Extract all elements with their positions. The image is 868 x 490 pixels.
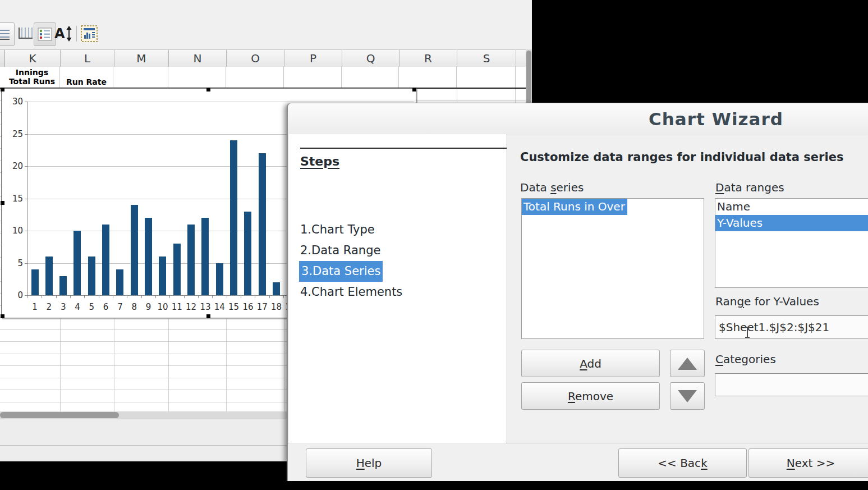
- step-data-range[interactable]: 2.Data Range: [300, 240, 402, 261]
- selection-handle[interactable]: [206, 314, 210, 318]
- move-up-button[interactable]: [670, 350, 705, 377]
- steps-list: 1.Chart Type 2.Data Range 3.Data Series …: [300, 219, 402, 303]
- bar-over-5: [88, 257, 95, 295]
- scale-text-icon[interactable]: A: [54, 25, 74, 43]
- y-axis-tick-label: 0: [5, 290, 23, 300]
- step-chart-type[interactable]: 1.Chart Type: [300, 219, 402, 240]
- remove-button[interactable]: Remove: [521, 382, 660, 410]
- column-header-N[interactable]: N: [169, 50, 227, 67]
- y-axis-tick-label: 5: [5, 258, 23, 268]
- selection-handle[interactable]: [1, 201, 4, 205]
- divider: [288, 443, 868, 443]
- column-header-O[interactable]: O: [227, 50, 284, 67]
- column-header-Q[interactable]: Q: [342, 50, 399, 67]
- help-button[interactable]: Help: [306, 448, 432, 478]
- cell-M1[interactable]: [114, 67, 168, 88]
- sheet-row-1: Innings Total Runs Run Rate: [0, 67, 532, 88]
- x-axis-tick-label: 11: [169, 302, 184, 312]
- x-axis-tick-label: 13: [198, 302, 213, 312]
- data-series-label: Data series: [520, 181, 584, 194]
- divider: [300, 148, 507, 149]
- x-axis-tick-label: 6: [99, 302, 113, 312]
- data-range-item-name[interactable]: Name: [715, 199, 868, 215]
- column-header-K[interactable]: K: [5, 50, 61, 67]
- bar-over-8: [131, 205, 138, 295]
- column-header-L[interactable]: L: [61, 50, 114, 67]
- selection-handle[interactable]: [412, 88, 416, 91]
- automatic-layout-icon[interactable]: [80, 25, 99, 43]
- x-axis-tick-label: 8: [127, 302, 141, 312]
- x-axis-tick-label: 3: [56, 302, 71, 312]
- bar-over-15: [230, 140, 237, 295]
- bar-over-17: [259, 153, 266, 295]
- bar-over-9: [145, 218, 152, 295]
- down-arrow-icon: [678, 390, 697, 402]
- bar-over-11: [173, 244, 181, 295]
- bar-over-3: [59, 276, 67, 296]
- x-axis-tick-label: 4: [70, 302, 85, 312]
- y-axis-tick-label: 30: [5, 97, 23, 107]
- data-ranges-listbox[interactable]: Name Y-Values: [715, 198, 868, 288]
- x-axis-tick-label: 18: [269, 302, 284, 312]
- column-header-S[interactable]: S: [457, 50, 516, 67]
- column-header-P[interactable]: P: [284, 50, 342, 67]
- bar-over-2: [45, 257, 53, 295]
- steps-panel: Steps 1.Chart Type 2.Data Range 3.Data S…: [289, 134, 507, 444]
- data-series-item[interactable]: Total Runs in Over: [522, 199, 627, 215]
- column-header-R[interactable]: R: [399, 50, 457, 67]
- selection-handle[interactable]: [1, 88, 4, 91]
- x-axis-tick-label: 10: [155, 302, 170, 312]
- cell-R1[interactable]: [399, 67, 457, 88]
- bar-over-1: [31, 269, 39, 295]
- bar-over-18: [273, 282, 280, 295]
- y-axis-tick-label: 15: [5, 194, 23, 204]
- cell-Q1[interactable]: [342, 67, 399, 88]
- svg-text:A: A: [54, 26, 65, 42]
- chart-wizard-dialog: Chart Wizard Steps 1.Chart Type 2.Data R…: [287, 103, 868, 481]
- cell-partial: [516, 67, 526, 88]
- cell-O1[interactable]: [226, 67, 284, 88]
- x-axis-tick-label: 15: [227, 302, 241, 312]
- cell-L1[interactable]: Run Rate: [60, 67, 113, 88]
- column-headers: K L M N O P Q R S: [0, 49, 532, 67]
- data-ranges-label: Data ranges: [715, 181, 784, 194]
- bar-over-4: [74, 231, 81, 295]
- back-button[interactable]: << Back: [618, 448, 747, 478]
- row-header-strip: [0, 50, 5, 67]
- horizontal-scrollbar-thumb[interactable]: [0, 412, 119, 418]
- cell-N1[interactable]: [168, 67, 226, 88]
- range-for-y-values-label: Range for Y-Values: [715, 295, 819, 308]
- step-chart-elements[interactable]: 4.Chart Elements: [300, 282, 402, 303]
- cell-K1[interactable]: Innings Total Runs: [4, 67, 60, 88]
- chart-toolbar: A: [0, 21, 532, 48]
- add-button[interactable]: Add: [521, 350, 660, 377]
- move-down-button[interactable]: [670, 382, 705, 410]
- y-axis-tick-label: 25: [5, 129, 23, 139]
- data-range-item-y-values[interactable]: Y-Values: [715, 215, 868, 231]
- bar-over-12: [187, 225, 195, 296]
- screen-background: [532, 0, 868, 103]
- selection-handle[interactable]: [1, 314, 4, 318]
- data-series-listbox[interactable]: Total Runs in Over: [521, 198, 704, 339]
- range-for-y-values-input[interactable]: $Sheet1.$J$2:$J$21: [715, 315, 868, 339]
- bar-over-6: [102, 225, 109, 296]
- selection-handle[interactable]: [206, 88, 210, 91]
- text-cursor: [745, 327, 750, 338]
- vertical-grids-icon[interactable]: [16, 25, 35, 43]
- x-axis-tick-label: 17: [255, 302, 269, 312]
- categories-input[interactable]: [715, 373, 868, 396]
- x-axis-tick-label: 2: [42, 302, 56, 312]
- y-axis-tick-label: 10: [5, 226, 23, 236]
- column-header-M[interactable]: M: [114, 50, 169, 67]
- page-title: Customize data ranges for individual dat…: [520, 150, 843, 164]
- horizontal-grids-icon[interactable]: [0, 22, 15, 46]
- bar-over-16: [244, 212, 251, 296]
- cell-S1[interactable]: [457, 67, 516, 88]
- x-axis-tick-label: 14: [212, 302, 227, 312]
- x-axis-tick-label: 9: [141, 302, 156, 312]
- legend-on-off-icon[interactable]: [34, 22, 56, 46]
- cell-P1[interactable]: [284, 67, 342, 88]
- steps-heading: Steps: [300, 154, 339, 168]
- step-data-series[interactable]: 3.Data Series: [299, 261, 383, 282]
- next-button[interactable]: Next >>: [748, 448, 868, 478]
